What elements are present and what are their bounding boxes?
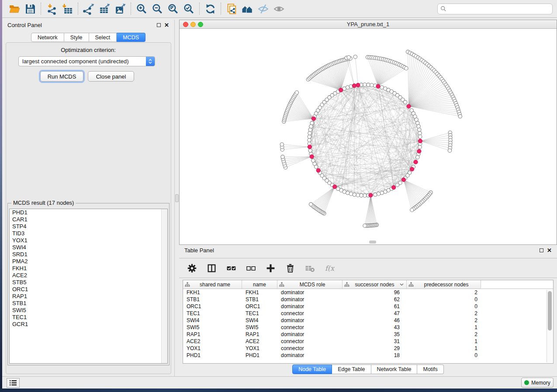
column-header-shared-name[interactable]: shared name	[183, 280, 242, 289]
export-table-button[interactable]	[97, 1, 112, 16]
mcds-result-item[interactable]: TID3	[10, 230, 167, 237]
close-table-panel-icon[interactable]: ✕	[547, 248, 552, 252]
column-header-predecessor-nodes[interactable]: predecessor nodes	[407, 280, 481, 289]
panel-splitter[interactable]	[175, 20, 179, 376]
deselect-all-button[interactable]	[244, 261, 257, 275]
float-panel-icon[interactable]	[157, 23, 161, 27]
cell: 43	[343, 324, 407, 331]
save-session-button[interactable]	[22, 1, 38, 16]
table-row-RAP1[interactable]: RAP1RAP1dominator352	[183, 331, 553, 338]
table-row-TEC1[interactable]: TEC1TEC1connector472	[183, 310, 553, 317]
mcds-result-item[interactable]: STP4	[10, 223, 167, 230]
mcds-list-scrollbar[interactable]	[161, 209, 167, 363]
select-all-button[interactable]	[225, 261, 238, 275]
show-graphics-details-button[interactable]	[271, 1, 287, 16]
memory-status-icon	[524, 380, 529, 385]
close-panel-icon[interactable]: ✕	[164, 23, 169, 27]
cell-filler	[481, 289, 553, 296]
cell: SWI5	[183, 324, 242, 331]
cell-filler	[481, 345, 553, 352]
import-network-button[interactable]	[44, 1, 59, 16]
settings-button[interactable]	[185, 261, 198, 275]
splitter-grip[interactable]	[175, 194, 179, 202]
mcds-result-item[interactable]: SRD1	[10, 251, 167, 258]
mcds-result-item[interactable]: STB1	[10, 300, 167, 307]
export-image-button[interactable]	[112, 1, 128, 16]
tab-select[interactable]: Select	[89, 33, 117, 42]
zoom-fit-button[interactable]	[165, 1, 181, 16]
tab-node-table[interactable]: Node Table	[292, 364, 332, 374]
cell: 0	[407, 296, 481, 303]
tab-style[interactable]: Style	[64, 33, 89, 42]
run-mcds-button[interactable]: Run MCDS	[40, 71, 83, 82]
export-network-button[interactable]	[81, 1, 97, 16]
clear-table-button[interactable]	[303, 261, 316, 275]
mcds-result-item[interactable]: RAP1	[10, 293, 167, 300]
task-history-button[interactable]	[7, 378, 20, 388]
network-graph[interactable]	[180, 29, 557, 244]
column-header-MCDS-role[interactable]: MCDS role	[277, 280, 343, 289]
table-vertical-scrollbar[interactable]	[547, 290, 552, 362]
mcds-result-item[interactable]: SWI4	[10, 244, 167, 251]
search-input[interactable]	[448, 6, 550, 12]
table-panel-title: Table Panel	[184, 247, 214, 254]
open-session-icon	[9, 3, 21, 15]
network-horizontal-scrollbar[interactable]	[369, 241, 376, 244]
mcds-result-item[interactable]: PHD1	[10, 209, 167, 216]
cell: 2	[407, 289, 481, 296]
mcds-result-item[interactable]: GCR1	[10, 321, 167, 328]
zoom-in-button[interactable]	[134, 1, 149, 16]
cell: 1	[407, 345, 481, 352]
delete-row-button[interactable]	[284, 261, 297, 275]
mcds-result-item[interactable]: STB5	[10, 279, 167, 286]
table-row-YOX1[interactable]: YOX1YOX1connector291	[183, 345, 553, 352]
cell-filler	[481, 310, 553, 317]
search-box[interactable]	[437, 3, 553, 14]
close-panel-button[interactable]: Close panel	[88, 71, 134, 82]
mcds-result-item[interactable]: YOX1	[10, 237, 167, 244]
float-table-panel-icon[interactable]	[540, 248, 543, 252]
mcds-result-item[interactable]: TEC1	[10, 314, 167, 321]
cell-filler	[481, 338, 553, 345]
mcds-result-item[interactable]: FKH1	[10, 265, 167, 272]
table-row-ORC1[interactable]: ORC1ORC1dominator610	[183, 303, 553, 310]
table-row-ACE2[interactable]: ACE2ACE2connector311	[183, 338, 553, 345]
open-session-button[interactable]	[7, 1, 22, 16]
column-header-name[interactable]: name	[242, 280, 277, 289]
tab-mcds[interactable]: MCDS	[117, 33, 145, 42]
column-header-successor-nodes[interactable]: successor nodes	[343, 280, 407, 289]
save-session-icon	[24, 3, 36, 15]
status-bar: Memory	[2, 376, 557, 389]
column-type-icon	[408, 282, 414, 287]
duplicate-network-button[interactable]	[224, 1, 239, 16]
zoom-selected-button[interactable]	[181, 1, 197, 16]
apply-function-button[interactable]: f(x)	[323, 261, 336, 275]
memory-button[interactable]: Memory	[521, 378, 554, 388]
tab-network-table[interactable]: Network Table	[371, 364, 418, 374]
add-row-button[interactable]	[264, 261, 277, 275]
hide-graphics-details-button[interactable]	[255, 1, 271, 16]
mcds-result-group: MCDS result (17 nodes) PHD1CAR1STP4TID3Y…	[7, 203, 170, 365]
scrollbar-thumb[interactable]	[548, 291, 552, 330]
tab-edge-table[interactable]: Edge Table	[332, 364, 371, 374]
columns-button[interactable]	[205, 261, 218, 275]
optimization-criterion-dropdown[interactable]: largest connected component (undirected)	[18, 56, 155, 66]
mcds-result-item[interactable]: ACE2	[10, 272, 167, 279]
tab-motifs[interactable]: Motifs	[417, 364, 443, 374]
table-row-SWI5[interactable]: SWI5SWI5connector431	[183, 324, 553, 331]
table-row-STB1[interactable]: STB1STB1dominator620	[183, 296, 553, 303]
mcds-result-item[interactable]: SWI5	[10, 307, 167, 314]
table-row-FKH1[interactable]: FKH1FKH1dominator962	[183, 289, 553, 296]
cell-filler	[481, 296, 553, 303]
refresh-button[interactable]	[202, 1, 218, 16]
table-row-PHD1[interactable]: PHD1PHD1dominator180	[183, 352, 553, 359]
mcds-result-item[interactable]: ORC1	[10, 286, 167, 293]
table-row-SWI4[interactable]: SWI4SWI4dominator462	[183, 317, 553, 324]
import-table-button[interactable]	[59, 1, 75, 16]
zoom-out-button[interactable]	[149, 1, 165, 16]
tab-network[interactable]: Network	[31, 33, 64, 42]
table-panel-tabs: Node TableEdge TableNetwork TableMotifs	[179, 364, 557, 374]
mcds-result-item[interactable]: PMA2	[10, 258, 167, 265]
mcds-result-item[interactable]: CAR1	[10, 216, 167, 223]
first-neighbors-button[interactable]	[239, 1, 255, 16]
